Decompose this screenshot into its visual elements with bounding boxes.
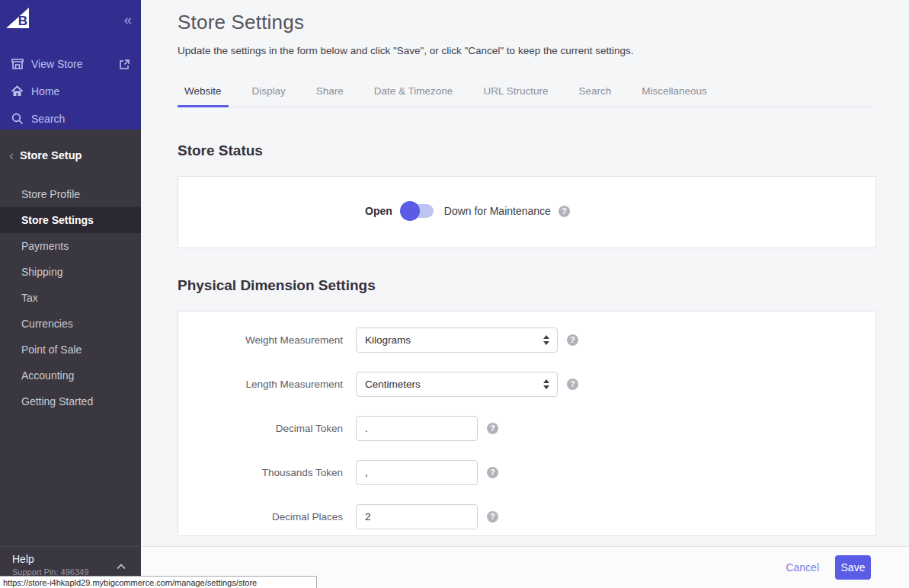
nav-view-store-label: View Store [31, 58, 82, 70]
sidebar-item-label: Store Settings [21, 214, 94, 226]
store-status-heading: Store Status [178, 142, 876, 159]
sidebar-item-currencies[interactable]: Currencies [0, 311, 141, 337]
sidebar-item-payments[interactable]: Payments [0, 233, 141, 259]
help-icon[interactable] [567, 379, 578, 390]
chevron-up-icon[interactable] [117, 559, 126, 565]
weight-measurement-select[interactable]: Kilograms [356, 328, 558, 353]
storefront-icon [11, 58, 24, 71]
form-row-thousands-token: Thousands Token [178, 460, 875, 484]
sidebar-collapse-icon[interactable]: « [123, 12, 130, 27]
sidebar-store-setup-section: ‹ Store Setup Store Profile Store Settin… [0, 129, 141, 546]
sidebar-item-point-of-sale[interactable]: Point of Sale [0, 337, 141, 363]
sidebar: B « View Store Ho [0, 0, 141, 588]
browser-status-url: https://store-i4hkapld29.mybigcommerce.c… [0, 576, 317, 588]
help-icon[interactable] [487, 467, 498, 478]
store-status-card: Open Down for Maintenance [178, 176, 876, 248]
sidebar-item-tax[interactable]: Tax [0, 285, 141, 311]
length-measurement-select[interactable]: Centimeters [356, 372, 558, 397]
select-arrows-icon [543, 379, 549, 389]
open-label: Open [365, 205, 392, 217]
decimal-places-input[interactable] [356, 504, 478, 529]
tab-date-timezone[interactable]: Date & Timezone [367, 76, 460, 107]
search-icon [11, 113, 24, 126]
bigcommerce-logo[interactable]: B [6, 8, 29, 28]
thousands-token-label: Thousands Token [178, 467, 343, 478]
main-content: Store Settings Update the settings in th… [141, 0, 909, 546]
form-row-decimal-token: Decimal Token [178, 416, 875, 440]
thousands-token-input[interactable] [356, 460, 478, 485]
sidebar-item-store-profile[interactable]: Store Profile [0, 181, 141, 207]
select-arrows-icon [543, 335, 549, 345]
decimal-token-input[interactable] [356, 416, 478, 441]
logo-b-letter: B [18, 14, 27, 27]
sidebar-section-title[interactable]: Store Setup [20, 149, 82, 161]
select-value: Centimeters [365, 379, 543, 390]
tab-search[interactable]: Search [571, 76, 618, 107]
decimal-token-label: Decimal Token [178, 423, 343, 434]
tab-share[interactable]: Share [309, 76, 350, 107]
sidebar-item-label: Store Profile [21, 188, 80, 200]
weight-measurement-label: Weight Measurement [178, 334, 343, 346]
sidebar-item-label: Getting Started [21, 395, 93, 407]
form-row-length-measurement: Length Measurement Centimeters [178, 372, 875, 396]
tab-display[interactable]: Display [245, 76, 293, 107]
home-icon [11, 85, 24, 98]
nav-home[interactable]: Home [0, 78, 141, 105]
sidebar-item-label: Accounting [21, 369, 74, 382]
nav-search[interactable]: Search [0, 105, 141, 133]
help-icon[interactable] [487, 423, 498, 434]
maintenance-label: Down for Maintenance [444, 205, 551, 217]
sidebar-item-accounting[interactable]: Accounting [0, 363, 141, 388]
page-subtitle: Update the settings in the form below an… [178, 45, 876, 56]
nav-search-label: Search [31, 113, 65, 125]
help-icon[interactable] [559, 206, 570, 217]
external-link-icon [119, 59, 130, 70]
sidebar-item-getting-started[interactable]: Getting Started [0, 388, 141, 414]
help-icon[interactable] [487, 511, 498, 522]
sidebar-item-label: Currencies [21, 318, 73, 330]
page-title: Store Settings [178, 11, 876, 34]
length-measurement-label: Length Measurement [178, 379, 343, 390]
help-icon[interactable] [567, 334, 578, 346]
select-value: Kilograms [365, 334, 543, 346]
sidebar-item-label: Shipping [21, 266, 63, 278]
back-chevron-icon[interactable]: ‹ [9, 149, 14, 162]
form-row-weight-measurement: Weight Measurement Kilograms [178, 328, 875, 352]
save-button[interactable]: Save [835, 555, 871, 580]
sidebar-item-store-settings[interactable]: Store Settings [0, 207, 141, 233]
cancel-button[interactable]: Cancel [786, 561, 819, 574]
physical-dimension-heading: Physical Dimension Settings [178, 277, 876, 294]
store-status-toggle[interactable] [402, 204, 434, 218]
tab-miscellaneous[interactable]: Miscellaneous [635, 76, 714, 107]
nav-view-store[interactable]: View Store [0, 50, 141, 78]
app-window: B « View Store Ho [0, 0, 909, 588]
nav-home-label: Home [31, 85, 59, 97]
help-label[interactable]: Help [12, 553, 129, 565]
physical-dimension-card: Weight Measurement Kilograms Length Meas… [178, 311, 876, 536]
tab-url-structure[interactable]: URL Structure [476, 76, 555, 107]
sidebar-item-label: Payments [21, 240, 69, 252]
sidebar-item-shipping[interactable]: Shipping [0, 259, 141, 285]
tab-website[interactable]: Website [178, 76, 229, 107]
sidebar-item-label: Tax [21, 292, 38, 304]
decimal-places-label: Decimal Places [178, 511, 343, 522]
form-row-decimal-places: Decimal Places [178, 504, 875, 529]
toggle-knob [400, 201, 420, 221]
settings-tabs: Website Display Share Date & Timezone UR… [178, 76, 876, 107]
sidebar-item-label: Point of Sale [21, 344, 82, 356]
sidebar-top-section: B « View Store Ho [0, 0, 141, 129]
